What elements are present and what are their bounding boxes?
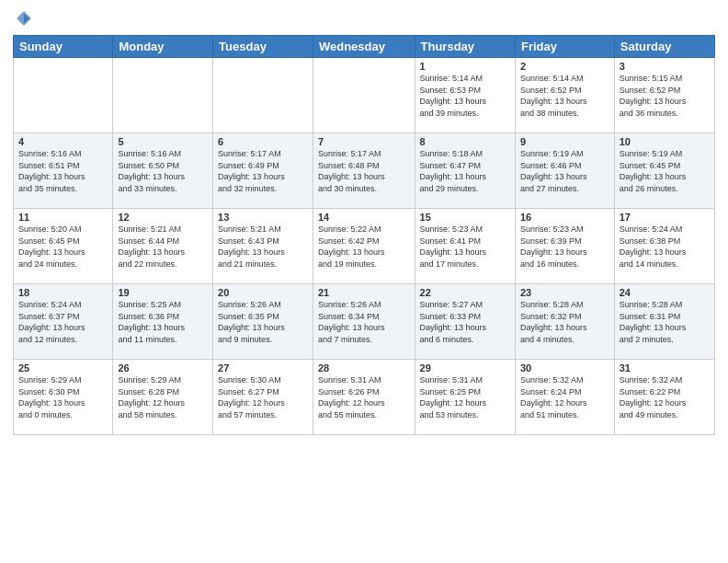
calendar-cell [213,58,313,133]
calendar-cell: 16Sunrise: 5:23 AM Sunset: 6:39 PM Dayli… [515,209,614,284]
calendar-day-header: Monday [113,36,213,58]
calendar-cell: 18Sunrise: 5:24 AM Sunset: 6:37 PM Dayli… [14,284,113,360]
day-number: 9 [520,136,609,147]
calendar-cell: 8Sunrise: 5:18 AM Sunset: 6:47 PM Daylig… [415,133,515,209]
day-number: 30 [520,362,609,373]
logo [13,9,35,28]
calendar-cell [14,58,113,133]
day-info: Sunrise: 5:32 AM Sunset: 6:24 PM Dayligh… [520,374,609,420]
calendar-cell: 30Sunrise: 5:32 AM Sunset: 6:24 PM Dayli… [515,360,614,435]
day-info: Sunrise: 5:21 AM Sunset: 6:44 PM Dayligh… [118,224,208,270]
calendar-cell: 27Sunrise: 5:30 AM Sunset: 6:27 PM Dayli… [213,360,313,435]
day-info: Sunrise: 5:31 AM Sunset: 6:25 PM Dayligh… [420,374,510,420]
calendar-day-header: Saturday [614,36,714,58]
day-info: Sunrise: 5:27 AM Sunset: 6:33 PM Dayligh… [420,299,510,345]
calendar-cell: 17Sunrise: 5:24 AM Sunset: 6:38 PM Dayli… [614,209,714,284]
day-number: 17 [620,212,710,223]
day-info: Sunrise: 5:17 AM Sunset: 6:48 PM Dayligh… [318,148,410,194]
day-number: 7 [318,136,410,147]
day-info: Sunrise: 5:32 AM Sunset: 6:22 PM Dayligh… [620,374,710,420]
day-info: Sunrise: 5:17 AM Sunset: 6:49 PM Dayligh… [218,148,308,194]
calendar-cell: 19Sunrise: 5:25 AM Sunset: 6:36 PM Dayli… [113,284,213,360]
calendar-cell: 7Sunrise: 5:17 AM Sunset: 6:48 PM Daylig… [313,133,415,209]
page: SundayMondayTuesdayWednesdayThursdayFrid… [0,0,728,563]
day-number: 31 [620,362,710,373]
day-number: 21 [318,287,410,298]
day-info: Sunrise: 5:14 AM Sunset: 6:53 PM Dayligh… [420,73,510,119]
calendar-cell [313,58,415,133]
day-number: 29 [420,362,510,373]
day-number: 28 [318,362,410,373]
day-number: 16 [520,212,609,223]
calendar-cell: 1Sunrise: 5:14 AM Sunset: 6:53 PM Daylig… [415,58,515,133]
day-number: 15 [420,212,510,223]
calendar-week-row: 4Sunrise: 5:16 AM Sunset: 6:51 PM Daylig… [14,133,715,209]
day-info: Sunrise: 5:25 AM Sunset: 6:36 PM Dayligh… [118,299,208,345]
day-info: Sunrise: 5:28 AM Sunset: 6:32 PM Dayligh… [520,299,609,345]
calendar-day-header: Tuesday [213,36,313,58]
day-info: Sunrise: 5:30 AM Sunset: 6:27 PM Dayligh… [218,374,308,420]
calendar-cell: 23Sunrise: 5:28 AM Sunset: 6:32 PM Dayli… [515,284,614,360]
calendar-day-header: Wednesday [313,36,415,58]
day-number: 2 [520,61,609,72]
day-info: Sunrise: 5:19 AM Sunset: 6:45 PM Dayligh… [620,148,710,194]
day-number: 11 [18,212,108,223]
header [13,9,715,28]
day-info: Sunrise: 5:24 AM Sunset: 6:37 PM Dayligh… [18,299,108,345]
day-info: Sunrise: 5:20 AM Sunset: 6:45 PM Dayligh… [18,224,108,270]
calendar-cell: 11Sunrise: 5:20 AM Sunset: 6:45 PM Dayli… [14,209,113,284]
calendar-day-header: Friday [515,36,614,58]
calendar-cell: 9Sunrise: 5:19 AM Sunset: 6:46 PM Daylig… [515,133,614,209]
day-info: Sunrise: 5:23 AM Sunset: 6:41 PM Dayligh… [420,224,510,270]
calendar-cell: 14Sunrise: 5:22 AM Sunset: 6:42 PM Dayli… [313,209,415,284]
day-info: Sunrise: 5:14 AM Sunset: 6:52 PM Dayligh… [520,73,609,119]
day-number: 22 [420,287,510,298]
calendar-cell: 21Sunrise: 5:26 AM Sunset: 6:34 PM Dayli… [313,284,415,360]
calendar-cell: 15Sunrise: 5:23 AM Sunset: 6:41 PM Dayli… [415,209,515,284]
day-number: 27 [218,362,308,373]
day-number: 10 [620,136,710,147]
calendar-cell: 10Sunrise: 5:19 AM Sunset: 6:45 PM Dayli… [614,133,714,209]
calendar-cell: 31Sunrise: 5:32 AM Sunset: 6:22 PM Dayli… [614,360,714,435]
day-info: Sunrise: 5:28 AM Sunset: 6:31 PM Dayligh… [620,299,710,345]
day-info: Sunrise: 5:19 AM Sunset: 6:46 PM Dayligh… [520,148,609,194]
day-info: Sunrise: 5:26 AM Sunset: 6:35 PM Dayligh… [218,299,308,345]
calendar-week-row: 1Sunrise: 5:14 AM Sunset: 6:53 PM Daylig… [14,58,715,133]
day-number: 3 [620,61,710,72]
day-number: 8 [420,136,510,147]
calendar-cell [113,58,213,133]
day-info: Sunrise: 5:29 AM Sunset: 6:28 PM Dayligh… [118,374,208,420]
calendar-cell: 4Sunrise: 5:16 AM Sunset: 6:51 PM Daylig… [14,133,113,209]
day-number: 1 [420,61,510,72]
day-number: 5 [118,136,208,147]
day-info: Sunrise: 5:24 AM Sunset: 6:38 PM Dayligh… [620,224,710,270]
day-number: 18 [18,287,108,298]
day-number: 19 [118,287,208,298]
calendar-cell: 28Sunrise: 5:31 AM Sunset: 6:26 PM Dayli… [313,360,415,435]
day-number: 14 [318,212,410,223]
day-number: 26 [118,362,208,373]
day-number: 23 [520,287,609,298]
calendar-cell: 12Sunrise: 5:21 AM Sunset: 6:44 PM Dayli… [113,209,213,284]
day-info: Sunrise: 5:15 AM Sunset: 6:52 PM Dayligh… [620,73,710,119]
calendar-week-row: 18Sunrise: 5:24 AM Sunset: 6:37 PM Dayli… [14,284,715,360]
calendar-cell: 26Sunrise: 5:29 AM Sunset: 6:28 PM Dayli… [113,360,213,435]
day-info: Sunrise: 5:29 AM Sunset: 6:30 PM Dayligh… [18,374,108,420]
day-info: Sunrise: 5:26 AM Sunset: 6:34 PM Dayligh… [318,299,410,345]
day-info: Sunrise: 5:18 AM Sunset: 6:47 PM Dayligh… [420,148,510,194]
day-info: Sunrise: 5:16 AM Sunset: 6:51 PM Dayligh… [18,148,108,194]
calendar-cell: 25Sunrise: 5:29 AM Sunset: 6:30 PM Dayli… [14,360,113,435]
day-number: 13 [218,212,308,223]
calendar-cell: 3Sunrise: 5:15 AM Sunset: 6:52 PM Daylig… [614,58,714,133]
calendar-cell: 22Sunrise: 5:27 AM Sunset: 6:33 PM Dayli… [415,284,515,360]
calendar-day-header: Thursday [415,36,515,58]
calendar-week-row: 25Sunrise: 5:29 AM Sunset: 6:30 PM Dayli… [14,360,715,435]
day-number: 12 [118,212,208,223]
calendar-cell: 5Sunrise: 5:16 AM Sunset: 6:50 PM Daylig… [113,133,213,209]
calendar-cell: 13Sunrise: 5:21 AM Sunset: 6:43 PM Dayli… [213,209,313,284]
day-info: Sunrise: 5:31 AM Sunset: 6:26 PM Dayligh… [318,374,410,420]
logo-icon [15,9,33,28]
calendar-table: SundayMondayTuesdayWednesdayThursdayFrid… [13,35,715,435]
calendar-cell: 29Sunrise: 5:31 AM Sunset: 6:25 PM Dayli… [415,360,515,435]
calendar-cell: 20Sunrise: 5:26 AM Sunset: 6:35 PM Dayli… [213,284,313,360]
